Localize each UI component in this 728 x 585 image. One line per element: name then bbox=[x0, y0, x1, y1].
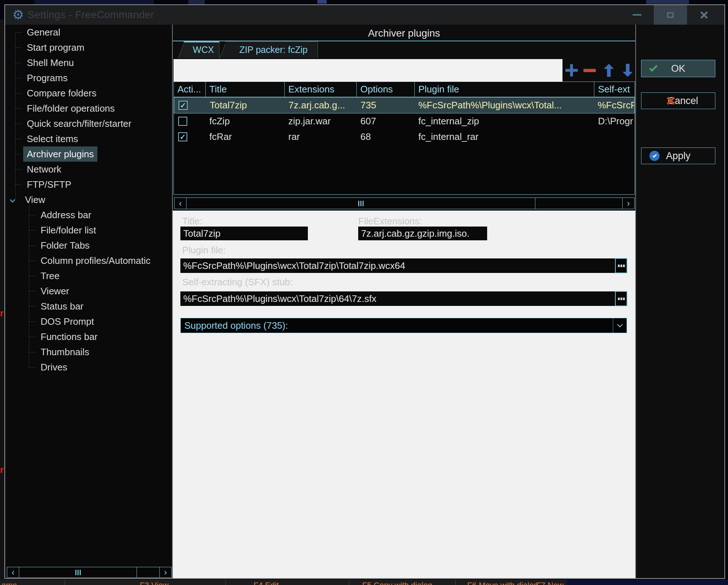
scroll-left-icon[interactable]: ‹ bbox=[7, 567, 19, 577]
title-field[interactable]: Total7zip bbox=[180, 227, 308, 240]
sidebar-item-view[interactable]: View bbox=[6, 192, 172, 207]
sidebar-item-thumbnails[interactable]: Thumbnails bbox=[6, 344, 172, 360]
browse-dots-icon bbox=[618, 298, 620, 300]
sidebar-item-quick-search[interactable]: Quick search/filter/starter bbox=[6, 116, 172, 131]
sidebar-item-start-program[interactable]: Start program bbox=[6, 40, 172, 55]
sidebar-hscrollbar[interactable]: ‹ › bbox=[7, 567, 172, 578]
table-row[interactable]: ✓ fcRar rar 68 fc_internal_rar bbox=[174, 129, 635, 145]
supported-options-dropdown[interactable]: Supported options (735): bbox=[180, 318, 627, 333]
column-header-active[interactable]: Acti... bbox=[174, 82, 206, 97]
sfx-stub-field[interactable]: %FcSrcPath%\Plugins\wcx\Total7zip\64\7z.… bbox=[180, 291, 615, 306]
column-header-plugin-file[interactable]: Plugin file bbox=[415, 82, 594, 97]
active-checkbox[interactable]: ✓ bbox=[179, 101, 188, 110]
function-bar-item[interactable]: ame bbox=[1, 581, 17, 585]
scroll-left-icon[interactable]: ‹ bbox=[175, 198, 187, 209]
sidebar-item-archiver-plugins[interactable]: Archiver plugins bbox=[6, 146, 172, 162]
sidebar-item-shell-menu[interactable]: Shell Menu bbox=[6, 55, 172, 70]
function-bar-item[interactable]: F6 Move with dialog bbox=[467, 581, 538, 585]
move-up-icon bbox=[603, 64, 614, 77]
column-header-options[interactable]: Options bbox=[357, 82, 415, 97]
settings-window: ⚙ Settings - FreeCommander General Start… bbox=[4, 4, 725, 579]
function-bar-item[interactable]: F4 Edit bbox=[254, 581, 279, 585]
window-title: Settings - FreeCommander bbox=[28, 5, 154, 25]
ok-button[interactable]: OK bbox=[641, 60, 715, 77]
plugin-details-panel: Title: Total7zip FileExtensions: 7z.arj.… bbox=[173, 211, 635, 578]
dropdown-chevron-icon bbox=[617, 322, 623, 328]
sidebar-item-address-bar[interactable]: Address bar bbox=[6, 207, 172, 223]
title-field-label: Title: bbox=[182, 216, 202, 227]
gear-icon[interactable]: ⚙ bbox=[12, 7, 24, 23]
sidebar-item-column-profiles[interactable]: Column profiles/Automatic bbox=[6, 253, 172, 268]
scrollbar-track[interactable] bbox=[535, 198, 622, 209]
plugin-filter-input[interactable] bbox=[173, 59, 562, 82]
plugins-table: Acti... Title Extensions Options Plugin … bbox=[173, 82, 635, 195]
sidebar-item-network[interactable]: Network bbox=[6, 162, 172, 177]
active-checkbox[interactable]: ✓ bbox=[178, 132, 187, 141]
scrollbar-track[interactable] bbox=[137, 567, 159, 577]
sidebar-item-select-items[interactable]: Select items bbox=[6, 131, 172, 146]
browse-plugin-file-button[interactable] bbox=[615, 258, 627, 273]
sidebar-item-tree[interactable]: Tree bbox=[6, 268, 172, 283]
column-header-self-ext[interactable]: Self-ext bbox=[594, 82, 635, 97]
scrollbar-grip-icon bbox=[75, 570, 81, 575]
cancel-button[interactable]: Cancel bbox=[641, 92, 715, 109]
table-row[interactable]: fcZip zip.jar.war 607 fc_internal_zip D:… bbox=[174, 113, 635, 129]
move-up-button[interactable] bbox=[602, 63, 615, 77]
plugin-file-field[interactable]: %FcSrcPath%\Plugins\wcx\Total7zip\Total7… bbox=[180, 258, 615, 273]
sidebar-item-ftp-sftp[interactable]: FTP/SFTP bbox=[6, 177, 172, 192]
scrollbar-thumb[interactable] bbox=[19, 567, 137, 577]
sidebar-item-functions-bar[interactable]: Functions bar bbox=[6, 329, 172, 344]
maximize-icon bbox=[667, 12, 674, 18]
column-header-title[interactable]: Title bbox=[206, 82, 285, 97]
scroll-right-icon[interactable]: › bbox=[622, 198, 634, 209]
active-checkbox[interactable] bbox=[178, 117, 187, 126]
maximize-button[interactable] bbox=[654, 5, 687, 25]
extensions-field[interactable]: 7z.arj.cab.gz.gzip.img.iso. bbox=[358, 227, 487, 240]
apply-button[interactable]: Apply bbox=[641, 148, 715, 164]
sidebar-item-dos-prompt[interactable]: DOS Prompt bbox=[6, 314, 172, 329]
remove-icon bbox=[583, 69, 596, 72]
sidebar-item-folder-tabs[interactable]: Folder Tabs bbox=[6, 238, 172, 253]
extensions-field-label: FileExtensions: bbox=[358, 216, 422, 227]
background-text-fragment: r bbox=[0, 465, 4, 474]
move-down-icon bbox=[622, 64, 633, 77]
scroll-right-icon[interactable]: › bbox=[159, 567, 171, 577]
scrollbar-grip-icon bbox=[358, 201, 364, 206]
tab-wcx[interactable]: WCX bbox=[178, 41, 219, 58]
minimize-button[interactable] bbox=[620, 5, 654, 25]
sidebar-item-drives[interactable]: Drives bbox=[6, 360, 172, 375]
scrollbar-thumb[interactable] bbox=[187, 198, 535, 209]
sidebar-item-file-folder-operations[interactable]: File/folder operations bbox=[6, 101, 172, 116]
background-text-fragment: r bbox=[0, 308, 4, 317]
function-bar-item[interactable]: F5 Copy with dialog bbox=[362, 581, 432, 585]
sidebar-item-general[interactable]: General bbox=[6, 25, 172, 40]
sidebar-item-programs[interactable]: Programs bbox=[6, 70, 172, 86]
titlebar[interactable]: ⚙ Settings - FreeCommander bbox=[5, 5, 724, 25]
add-icon bbox=[565, 64, 578, 76]
plugin-file-field-label: Plugin file: bbox=[182, 245, 226, 256]
close-button[interactable] bbox=[687, 5, 721, 25]
sidebar-item-file-folder-list[interactable]: File/folder list bbox=[6, 223, 172, 238]
browse-dots-icon bbox=[618, 265, 620, 267]
apply-check-icon bbox=[649, 151, 660, 161]
function-bar-item[interactable]: F7 New bbox=[536, 581, 564, 585]
sidebar-item-status-bar[interactable]: Status bar bbox=[6, 299, 172, 314]
page-title: Archiver plugins bbox=[173, 28, 635, 39]
tab-zip-packer[interactable]: ZIP packer: fcZip bbox=[219, 41, 318, 58]
tree-list: General Start program Shell Menu Program… bbox=[6, 25, 172, 375]
move-down-button[interactable] bbox=[621, 63, 634, 77]
browse-sfx-stub-button[interactable] bbox=[615, 291, 627, 306]
desktop-deco bbox=[646, 0, 689, 4]
remove-plugin-button[interactable] bbox=[583, 63, 596, 77]
table-row[interactable]: ✓ Total7zip 7z.arj.cab.g... 735 %FcSrcPa… bbox=[174, 97, 635, 113]
sidebar-item-compare-folders[interactable]: Compare folders bbox=[6, 86, 172, 101]
close-icon bbox=[700, 11, 708, 19]
column-header-extensions[interactable]: Extensions bbox=[285, 82, 357, 97]
table-hscrollbar[interactable]: ‹ › bbox=[174, 198, 635, 209]
table-header-row: Acti... Title Extensions Options Plugin … bbox=[174, 82, 635, 97]
background-function-bar: ame F3 View F4 Edit F5 Copy with dialog … bbox=[0, 580, 728, 585]
add-plugin-button[interactable] bbox=[565, 63, 578, 77]
function-bar-item[interactable]: F3 View bbox=[140, 581, 168, 585]
sidebar-item-viewer[interactable]: Viewer bbox=[6, 283, 172, 299]
tree-expander-icon[interactable] bbox=[10, 197, 16, 203]
